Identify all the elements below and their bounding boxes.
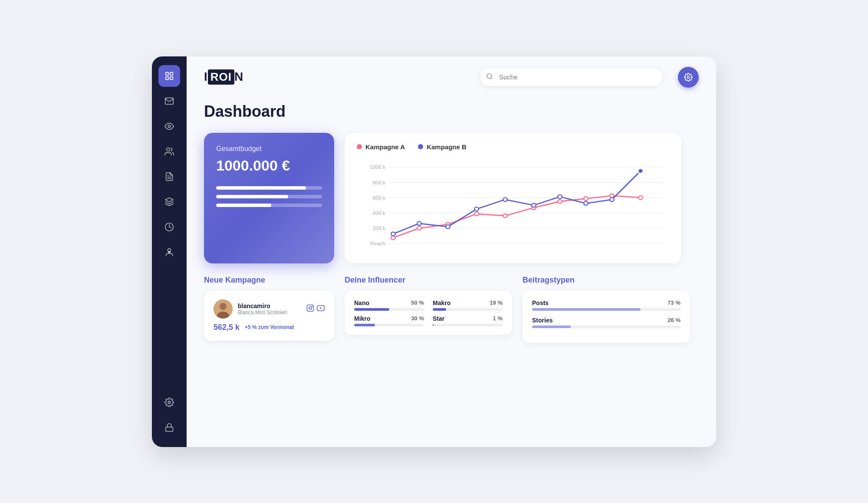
budget-bar-1: [216, 186, 322, 190]
influencer-type-star: Star 1 %: [433, 315, 503, 326]
sidebar-item-messages[interactable]: [158, 90, 180, 112]
search-bar: [480, 68, 662, 86]
type-pct-nano: 50 %: [411, 299, 424, 306]
type-bar-star: [433, 324, 503, 326]
deine-influencer-card: Nano 50 % Makro 19 %: [345, 291, 512, 335]
sidebar: [152, 56, 187, 447]
search-icon: [486, 73, 493, 82]
beitragstypen-section: Beitragstypen Posts 73 %: [523, 276, 690, 343]
sidebar-item-campaigns[interactable]: [158, 191, 180, 213]
svg-point-28: [391, 236, 395, 240]
app-container: IROIN Dashboard: [152, 56, 716, 447]
svg-point-31: [474, 212, 479, 216]
settings-button[interactable]: [678, 67, 699, 88]
chart-svg: 1000 k 800 k 600 k 400 k 200 k Reach: [357, 158, 669, 253]
svg-point-39: [417, 221, 421, 225]
instagram-icon: [306, 304, 314, 314]
svg-point-41: [474, 207, 479, 211]
beitrag-label-posts: Posts: [532, 299, 549, 306]
legend-kampagne-a: Kampagne A: [357, 143, 405, 151]
svg-point-15: [687, 76, 690, 78]
budget-amount: 1000.000 €: [216, 157, 322, 174]
influencer-username: blancamiro: [238, 302, 301, 309]
deine-influencer-title: Deine Influencer: [345, 276, 512, 285]
type-label-star: Star: [433, 315, 444, 322]
type-pct-mikro: 30 %: [411, 315, 424, 322]
sidebar-item-influencers[interactable]: [158, 241, 180, 263]
main-content: IROIN Dashboard: [187, 56, 716, 447]
svg-point-4: [168, 125, 171, 128]
beitrag-pct-posts: 73 %: [667, 299, 681, 306]
follower-count: 562,5 k: [214, 323, 240, 332]
svg-text:200 k: 200 k: [373, 226, 386, 230]
budget-bar-2: [216, 195, 322, 198]
beitrag-pct-stories: 26 %: [667, 317, 681, 324]
sidebar-item-reports[interactable]: [158, 166, 180, 187]
legend-kampagne-b: Kampagne B: [418, 143, 467, 151]
svg-point-47: [638, 168, 643, 173]
svg-text:800 k: 800 k: [373, 180, 386, 185]
influencer-type-mikro: Mikro 30 %: [354, 315, 424, 326]
budget-bar-3: [216, 204, 322, 207]
sidebar-item-analytics[interactable]: [158, 115, 180, 137]
header: IROIN: [187, 56, 716, 98]
influencer-info: blancamiro Blanca Miró Scrimieri: [238, 302, 301, 316]
legend-label-a: Kampagne A: [365, 143, 405, 151]
svg-text:600 k: 600 k: [373, 195, 386, 200]
legend-dot-a: [357, 144, 362, 149]
svg-rect-1: [170, 72, 173, 75]
growth-badge: +5 % zum Vormonat: [245, 324, 294, 330]
influencer-stats: 562,5 k +5 % zum Vormonat: [214, 323, 325, 332]
type-pct-makro: 19 %: [490, 299, 503, 306]
budget-card: Gesamtbudget 1000.000 €: [204, 133, 334, 263]
social-icons: [306, 304, 325, 314]
svg-point-52: [309, 307, 312, 309]
logo: IROIN: [204, 69, 243, 85]
budget-label: Gesamtbudget: [216, 145, 322, 153]
svg-point-43: [532, 203, 536, 207]
beitrag-bar-posts: [532, 308, 681, 311]
dashboard-content: Dashboard Gesamtbudget 1000.000 €: [187, 98, 716, 447]
sidebar-item-team[interactable]: [158, 141, 180, 162]
search-input[interactable]: [480, 68, 662, 86]
sidebar-item-lock[interactable]: [158, 417, 180, 438]
svg-rect-51: [307, 305, 314, 311]
cards-row-2: Neue Kampagne: [204, 276, 699, 343]
type-pct-star: 1 %: [493, 315, 503, 322]
svg-point-13: [487, 74, 492, 79]
svg-rect-12: [166, 427, 173, 431]
svg-rect-3: [170, 76, 173, 79]
beitragstypen-card: Posts 73 % Stories 26 %: [523, 291, 690, 343]
type-bar-mikro: [354, 324, 424, 326]
svg-point-46: [610, 197, 614, 201]
svg-point-36: [610, 194, 614, 197]
youtube-icon: [317, 304, 325, 314]
type-label-mikro: Mikro: [354, 315, 370, 322]
svg-rect-2: [166, 76, 168, 79]
logo-box: ROI: [208, 69, 234, 85]
svg-line-14: [491, 78, 492, 79]
chart-card: Kampagne A Kampagne B: [345, 133, 681, 263]
svg-point-5: [167, 148, 170, 151]
svg-point-49: [220, 303, 227, 310]
neue-kampagne-section: Neue Kampagne: [204, 276, 334, 343]
influencer-type-nano: Nano 50 %: [354, 299, 424, 311]
sidebar-item-dashboard[interactable]: [158, 65, 180, 87]
svg-text:1000 k: 1000 k: [370, 164, 385, 169]
svg-text:Reach: Reach: [370, 241, 385, 246]
neue-kampagne-card: blancamiro Blanca Miró Scrimieri: [204, 291, 334, 341]
influencer-type-makro: Makro 19 %: [433, 299, 503, 311]
svg-point-11: [168, 401, 171, 404]
avatar: [214, 299, 233, 319]
beitrag-posts: Posts 73 %: [532, 299, 681, 311]
svg-point-42: [503, 197, 507, 201]
svg-point-37: [638, 196, 643, 200]
svg-point-45: [584, 201, 588, 205]
sidebar-item-budget[interactable]: [158, 216, 180, 238]
beitrag-label-stories: Stories: [532, 317, 552, 324]
beitrag-bar-stories: [532, 325, 681, 328]
chart-area: 1000 k 800 k 600 k 400 k 200 k Reach: [357, 158, 669, 253]
svg-rect-0: [166, 72, 168, 75]
sidebar-item-settings[interactable]: [158, 391, 180, 413]
svg-marker-54: [320, 307, 322, 309]
